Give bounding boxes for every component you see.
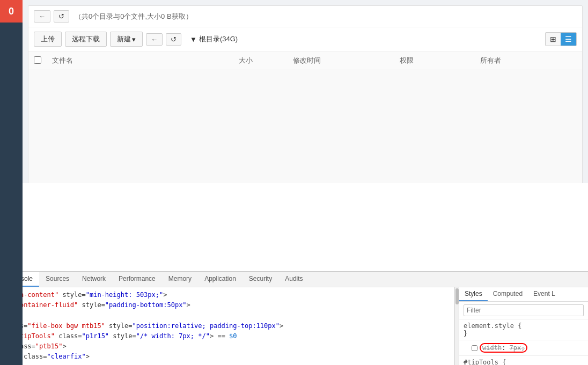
col-header-size: 大小: [233, 51, 287, 70]
select-all-checkbox[interactable]: [34, 56, 41, 64]
tab-memory[interactable]: Memory: [162, 272, 198, 287]
remote-download-button[interactable]: 远程下载: [65, 32, 107, 47]
devtools-source-wrapper: "main-content" style="min-height: 503px;…: [0, 287, 459, 365]
tab-application[interactable]: Application: [198, 272, 242, 287]
col-header-name: 文件名: [47, 51, 233, 70]
new-button-label: 新建: [117, 34, 131, 44]
list-view-button[interactable]: ☰: [561, 33, 576, 46]
toolbar-refresh-button[interactable]: ↺: [166, 33, 181, 46]
col-header-time: 修改时间: [288, 51, 395, 70]
styles-prop-val-width: 7px;: [510, 344, 525, 352]
styles-filter-area: [459, 302, 588, 319]
devtools-source-panel[interactable]: "main-content" style="min-height: 503px;…: [0, 287, 454, 365]
styles-tab-computed[interactable]: Computed: [488, 287, 528, 301]
view-toggle: ⊞ ☰: [545, 32, 577, 46]
styles-rule-width: width: 7px;: [459, 340, 588, 356]
source-line-8: chofoo: [4, 362, 450, 365]
fm-back-button[interactable]: ←: [34, 10, 50, 23]
source-line-3: e: [4, 310, 450, 321]
col-header-perm: 权限: [394, 51, 475, 70]
devtools-tab-bar: Console Sources Network Performance Memo…: [0, 272, 588, 287]
tab-performance[interactable]: Performance: [112, 272, 162, 287]
source-scroll-thumb[interactable]: [455, 288, 459, 304]
sidebar-logo[interactable]: 0: [0, 0, 23, 23]
styles-tab-styles[interactable]: Styles: [459, 287, 488, 301]
toolbar-refresh-icon: ↺: [171, 35, 177, 43]
fm-path-text: （共0个目录与0个文件,大小0 B获取）: [75, 12, 193, 21]
sidebar: 0: [0, 0, 23, 365]
styles-tiptool-selector: #tipTools {: [459, 356, 588, 365]
styles-prop-checkbox[interactable]: [472, 345, 477, 351]
fm-back-icon: ←: [39, 12, 46, 20]
root-dir-label: ▼ 根目录(34G): [190, 34, 238, 44]
styles-tab-bar: Styles Computed Event L: [459, 287, 588, 302]
devtools-styles-panel: Styles Computed Event L element.style { …: [459, 287, 588, 365]
styles-tiptool-selector-text: #tipTools {: [464, 359, 506, 365]
source-line-4: class="file-box bgw mtb15" style="positi…: [4, 321, 450, 331]
upload-button[interactable]: 上传: [34, 32, 62, 47]
file-manager: ← ↺ （共0个目录与0个文件,大小0 B获取） 上传 远程下载 新建 ▾ ← …: [28, 5, 583, 183]
main-content: ← ↺ （共0个目录与0个文件,大小0 B获取） 上传 远程下载 新建 ▾ ← …: [23, 0, 588, 183]
new-button[interactable]: 新建 ▾: [110, 32, 143, 47]
source-line-2: s="container-fluid" style="padding-botto…: [4, 300, 450, 310]
fm-toolbar: 上传 远程下载 新建 ▾ ← ↺ ▼ 根目录(34G) ⊞ ☰: [28, 27, 582, 51]
new-dropdown-icon: ▾: [132, 35, 136, 43]
tab-audits[interactable]: Audits: [278, 272, 309, 287]
source-line-7: <div class="clearfix">: [4, 352, 450, 362]
devtools-panel: Console Sources Network Performance Memo…: [0, 271, 588, 365]
styles-prop-name-width: width: [482, 344, 502, 352]
tab-sources[interactable]: Sources: [39, 272, 76, 287]
root-dir-icon: ▼: [190, 35, 197, 43]
source-line-5: id="tipTools" class="p1r15" style="/* wi…: [4, 331, 450, 341]
fm-refresh-icon: ↺: [58, 12, 64, 20]
toolbar-back-button[interactable]: ←: [146, 33, 163, 46]
styles-width-highlighted: width: 7px;: [480, 343, 527, 353]
file-table: 文件名 大小 修改时间 权限 所有者: [28, 51, 582, 70]
source-line-1: "main-content" style="min-height: 503px;…: [4, 290, 450, 300]
styles-rule-element: element.style { }: [459, 319, 588, 340]
root-dir-text: 根目录(34G): [199, 34, 238, 44]
fm-empty-area: [28, 70, 582, 183]
source-scrollbar[interactable]: [454, 287, 459, 365]
styles-element-selector: element.style {: [464, 322, 521, 330]
toolbar-back-icon: ←: [151, 35, 158, 43]
source-line-6: / class="ptb15">: [4, 341, 450, 352]
grid-view-button[interactable]: ⊞: [546, 33, 561, 46]
styles-filter-input[interactable]: [464, 304, 584, 316]
tab-security[interactable]: Security: [242, 272, 278, 287]
fm-nav-bar: ← ↺ （共0个目录与0个文件,大小0 B获取）: [28, 6, 582, 27]
sidebar-logo-text: 0: [9, 6, 14, 17]
fm-refresh-button[interactable]: ↺: [54, 10, 69, 23]
styles-tab-event[interactable]: Event L: [528, 287, 561, 301]
devtools-body: "main-content" style="min-height: 503px;…: [0, 287, 588, 365]
col-header-owner: 所有者: [475, 51, 582, 70]
tab-network[interactable]: Network: [76, 272, 112, 287]
styles-prop-width-line: width: 7px;: [464, 343, 584, 353]
table-header-row: 文件名 大小 修改时间 权限 所有者: [28, 51, 582, 70]
